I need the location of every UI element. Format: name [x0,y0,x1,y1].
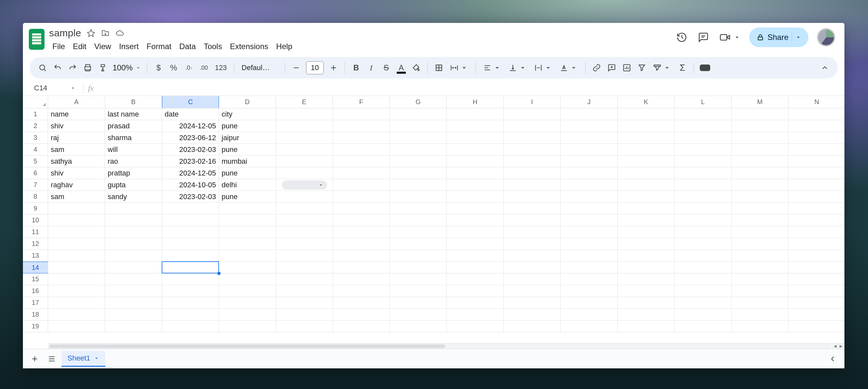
cell[interactable] [788,120,844,132]
cell[interactable] [390,120,447,132]
print-icon[interactable] [81,61,95,75]
cell[interactable] [561,214,618,226]
cell[interactable] [333,309,390,321]
cell[interactable] [447,132,504,144]
cell[interactable] [788,203,844,214]
cell[interactable] [675,273,732,285]
cell[interactable] [618,214,675,226]
menu-view[interactable]: View [91,40,115,52]
row-header-7[interactable]: 7 [23,179,48,191]
cell[interactable] [162,273,219,285]
menu-extensions[interactable]: Extensions [226,40,271,52]
cell[interactable] [675,250,732,262]
cell[interactable] [675,191,732,203]
cell[interactable] [504,109,561,120]
col-header-C[interactable]: C [162,96,219,108]
cell[interactable] [561,144,618,155]
row-header-13[interactable]: 13 [23,250,48,262]
cell[interactable] [504,238,561,250]
cell[interactable] [504,273,561,285]
cell[interactable] [276,132,333,144]
cell[interactable] [276,285,333,297]
cell[interactable] [618,226,675,238]
cell[interactable] [788,321,844,332]
cell[interactable] [105,238,162,250]
cell[interactable] [504,250,561,262]
cell[interactable] [333,273,390,285]
cell[interactable] [675,132,732,144]
cell[interactable] [788,144,844,155]
cell[interactable] [618,155,675,167]
cell[interactable] [219,309,276,321]
col-header-F[interactable]: F [333,96,390,108]
cell[interactable] [504,120,561,132]
horizontal-align-icon[interactable] [480,61,505,75]
cell[interactable] [276,167,333,179]
cell[interactable]: gupta [105,179,162,191]
cell[interactable] [390,226,447,238]
cell[interactable] [276,109,333,120]
cell[interactable] [675,144,732,155]
menu-data[interactable]: Data [176,40,199,52]
cell[interactable] [788,238,844,250]
link-icon[interactable] [589,61,604,75]
cell[interactable] [333,214,390,226]
cell[interactable] [447,321,504,332]
menu-help[interactable]: Help [273,40,296,52]
cell[interactable] [788,191,844,203]
cell[interactable] [219,321,276,332]
cell[interactable] [390,321,447,332]
horizontal-scrollbar[interactable] [48,343,831,349]
cell[interactable] [333,250,390,262]
filter-views-icon[interactable] [650,61,675,75]
row-header-17[interactable]: 17 [23,297,48,309]
cell[interactable] [390,297,447,309]
cell[interactable] [390,262,447,273]
cell[interactable] [732,226,788,238]
cell[interactable] [390,167,447,179]
col-header-G[interactable]: G [390,96,447,108]
cell[interactable] [788,109,844,120]
cell[interactable] [788,262,844,273]
row-header-14[interactable]: 14 [23,262,48,273]
cell[interactable] [561,155,618,167]
cell[interactable] [504,179,561,191]
cell[interactable] [390,273,447,285]
cell[interactable] [504,297,561,309]
cell[interactable] [732,273,788,285]
cell[interactable] [447,285,504,297]
row-header-6[interactable]: 6 [23,167,48,179]
cell[interactable] [48,321,105,332]
cell[interactable]: sharma [105,132,162,144]
cell[interactable] [333,155,390,167]
cell[interactable] [447,109,504,120]
cell[interactable]: will [105,144,162,155]
cell[interactable] [105,321,162,332]
cell[interactable] [504,191,561,203]
cell[interactable] [788,155,844,167]
cell[interactable] [447,144,504,155]
cell[interactable] [618,179,675,191]
cell[interactable] [788,297,844,309]
cell[interactable] [788,167,844,179]
cell[interactable] [390,214,447,226]
cell[interactable] [105,250,162,262]
cell[interactable] [561,285,618,297]
cell[interactable] [162,321,219,332]
cell[interactable] [105,214,162,226]
cell[interactable] [162,203,219,214]
cell[interactable]: pune [219,144,276,155]
cell[interactable] [504,285,561,297]
cell[interactable] [732,297,788,309]
cell[interactable] [333,167,390,179]
cell[interactable] [561,226,618,238]
cell[interactable] [390,285,447,297]
cell[interactable] [276,297,333,309]
cell[interactable] [675,109,732,120]
cell[interactable]: name [48,109,105,120]
cell[interactable] [276,238,333,250]
cell[interactable] [447,226,504,238]
cell[interactable] [732,155,788,167]
cell[interactable] [333,262,390,273]
cell[interactable] [105,309,162,321]
